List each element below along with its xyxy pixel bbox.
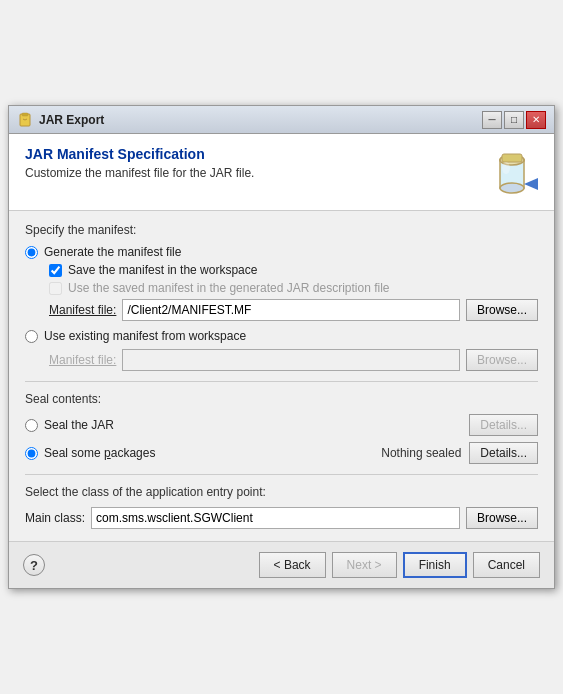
divider-2 [25,474,538,475]
footer-left: ? [23,554,45,576]
seal-some-radio[interactable] [25,447,38,460]
use-saved-manifest-checkbox[interactable] [49,282,62,295]
save-manifest-checkbox-item: Save the manifest in the workspace [49,263,538,277]
jar-export-window: JAR Export ─ □ ✕ JAR Manifest Specificat… [8,105,555,589]
save-manifest-label[interactable]: Save the manifest in the workspace [68,263,257,277]
use-saved-manifest-checkbox-item: Use the saved manifest in the generated … [49,281,538,295]
close-button[interactable]: ✕ [526,111,546,129]
svg-rect-6 [502,154,522,162]
existing-manifest-file-label: Manifest file: [49,353,116,367]
page-title: JAR Manifest Specification [25,146,254,162]
cancel-button[interactable]: Cancel [473,552,540,578]
use-saved-manifest-label: Use the saved manifest in the generated … [68,281,390,295]
maximize-button[interactable]: □ [504,111,524,129]
svg-point-7 [502,162,510,174]
manifest-file-label: Manifest file: [49,303,116,317]
minimize-button[interactable]: ─ [482,111,502,129]
seal-jar-radio[interactable] [25,419,38,432]
svg-marker-8 [524,178,538,190]
finish-button[interactable]: Finish [403,552,467,578]
seal-some-right: Nothing sealed Details... [381,442,538,464]
window-title: JAR Export [39,113,480,127]
jar-icon [486,146,538,198]
existing-manifest-file-row: Manifest file: Browse... [49,349,538,371]
seal-jar-right: Details... [469,414,538,436]
header-section: JAR Manifest Specification Customize the… [9,134,554,211]
manifest-file-row: Manifest file: Browse... [49,299,538,321]
footer: ? < Back Next > Finish Cancel [9,541,554,588]
next-button[interactable]: Next > [332,552,397,578]
main-class-input[interactable] [91,507,460,529]
seal-jar-label[interactable]: Seal the JAR [44,418,114,432]
save-manifest-checkbox[interactable] [49,264,62,277]
entry-point-label: Select the class of the application entr… [25,485,538,499]
body-section: Specify the manifest: Generate the manif… [9,211,554,541]
seal-some-label[interactable]: Seal some packages [44,446,155,460]
main-class-label: Main class: [25,511,85,525]
browse-existing-manifest-button[interactable]: Browse... [466,349,538,371]
seal-contents-section: Seal contents: Seal the JAR Details... S… [25,392,538,464]
specify-manifest-label: Specify the manifest: [25,223,538,237]
generate-manifest-label[interactable]: Generate the manifest file [44,245,181,259]
generate-manifest-radio-item: Generate the manifest file [25,245,538,259]
existing-manifest-file-input[interactable] [122,349,460,371]
generate-manifest-radio[interactable] [25,246,38,259]
use-existing-manifest-label[interactable]: Use existing manifest from workspace [44,329,246,343]
main-class-row: Main class: Browse... [25,507,538,529]
window-icon [17,112,33,128]
seal-jar-details-button[interactable]: Details... [469,414,538,436]
nothing-sealed-status: Nothing sealed [381,446,461,460]
svg-rect-1 [22,113,28,116]
use-existing-manifest-radio-item: Use existing manifest from workspace [25,329,538,343]
back-button[interactable]: < Back [259,552,326,578]
entry-point-section: Select the class of the application entr… [25,485,538,529]
footer-right: < Back Next > Finish Cancel [259,552,540,578]
title-bar: JAR Export ─ □ ✕ [9,106,554,134]
browse-main-class-button[interactable]: Browse... [466,507,538,529]
divider-1 [25,381,538,382]
seal-some-left: Seal some packages [25,446,155,460]
generate-manifest-group: Generate the manifest file Save the mani… [25,245,538,321]
svg-point-4 [500,183,524,193]
manifest-file-input[interactable] [122,299,460,321]
seal-jar-row: Seal the JAR Details... [25,414,538,436]
use-existing-manifest-radio[interactable] [25,330,38,343]
seal-jar-left: Seal the JAR [25,418,114,432]
header-text: JAR Manifest Specification Customize the… [25,146,254,180]
seal-some-row: Seal some packages Nothing sealed Detail… [25,442,538,464]
seal-some-details-button[interactable]: Details... [469,442,538,464]
page-subtitle: Customize the manifest file for the JAR … [25,166,254,180]
seal-contents-label: Seal contents: [25,392,538,406]
help-button[interactable]: ? [23,554,45,576]
browse-manifest-button[interactable]: Browse... [466,299,538,321]
